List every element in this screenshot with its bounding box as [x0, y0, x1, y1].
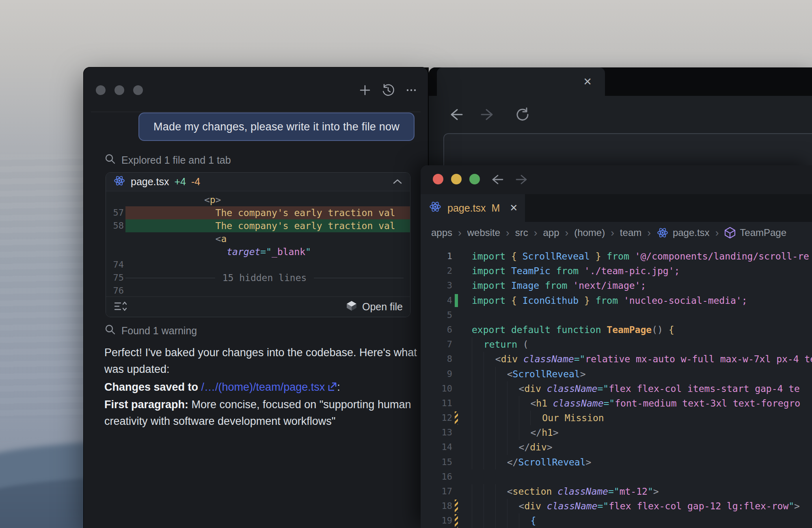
- code-line-6[interactable]: 6export default function TeamPage() {: [421, 322, 812, 337]
- breadcrumb-segment-src[interactable]: src: [515, 227, 528, 238]
- history-icon[interactable]: [382, 84, 395, 97]
- breadcrumb-segment-website[interactable]: website: [467, 227, 500, 238]
- explored-status: Explored 1 file and 1 tab: [104, 153, 231, 167]
- collapse-chevron-icon[interactable]: [392, 176, 403, 188]
- code-line-1[interactable]: 1import { ScrollReveal } from '@/compone…: [421, 249, 812, 264]
- diff-row: target="_blank": [106, 245, 410, 258]
- indent-guide: [472, 396, 484, 411]
- breadcrumb-segment-team[interactable]: team: [620, 227, 641, 238]
- browser-tab[interactable]: ✕: [437, 67, 605, 96]
- code-line-18[interactable]: 18<div className="flex flex-col gap-12 l…: [421, 499, 812, 513]
- line-number: 17: [437, 484, 452, 499]
- diff-line-number: 58: [106, 219, 124, 232]
- close-tab-icon[interactable]: ✕: [583, 76, 592, 88]
- minimize-window-button[interactable]: [451, 174, 462, 184]
- code-token: './team-pic.jpg';: [584, 264, 680, 278]
- zoom-window-button[interactable]: [469, 174, 480, 184]
- indent-guide: [484, 484, 495, 499]
- diff-line-number: 76: [106, 284, 124, 297]
- code-line-14[interactable]: 14</div>: [421, 440, 812, 454]
- line-number: 15: [437, 455, 452, 470]
- code-token: [125, 247, 227, 257]
- forward-arrow-icon[interactable]: [516, 173, 530, 187]
- line-number: 10: [437, 381, 452, 396]
- breadcrumb-label: TeamPage: [740, 227, 786, 238]
- code-token: <: [507, 367, 513, 381]
- changes-saved-label: Changes saved to: [104, 381, 201, 393]
- line-number: 11: [437, 396, 452, 411]
- diff-card-header[interactable]: page.tsx +4 -4: [106, 173, 410, 191]
- code-token: div: [501, 352, 523, 366]
- code-editor-area[interactable]: 1import { ScrollReveal } from '@/compone…: [421, 244, 812, 528]
- changes-saved-line: Changes saved to /…/(home)/team/page.tsx…: [104, 378, 417, 397]
- git-modified-marker: [455, 411, 458, 424]
- indent-guide: [484, 411, 495, 425]
- search-icon: [104, 153, 116, 167]
- code-token: (): [652, 322, 669, 337]
- breadcrumb-segment-apps[interactable]: apps: [431, 227, 452, 238]
- code-line-12[interactable]: 12Our Mission: [421, 411, 812, 425]
- code-token: h1: [536, 396, 553, 411]
- reload-icon[interactable]: [515, 107, 530, 124]
- close-window-button[interactable]: [96, 85, 106, 95]
- code-line-16[interactable]: 16: [421, 470, 812, 484]
- breadcrumb-segment-teampage[interactable]: TeamPage: [724, 227, 786, 239]
- breadcrumb-segment--home-[interactable]: (home): [574, 227, 605, 238]
- breadcrumb-separator-icon: ›: [647, 227, 651, 239]
- breadcrumb-segment-page-tsx[interactable]: page.tsx: [657, 227, 710, 239]
- code-line-5[interactable]: 5: [421, 308, 812, 322]
- indent-guide: [495, 513, 507, 528]
- code-line-15[interactable]: 15</ScrollReveal>: [421, 455, 812, 470]
- close-window-button[interactable]: [433, 174, 443, 184]
- saved-file-link[interactable]: /…/(home)/team/page.tsx: [201, 381, 325, 393]
- expand-lines-icon[interactable]: [113, 300, 127, 314]
- code-token: TeamPic: [511, 264, 551, 278]
- line-number: 6: [437, 322, 452, 337]
- open-file-button[interactable]: Open file: [346, 300, 403, 314]
- minimize-window-button[interactable]: [114, 85, 124, 95]
- breadcrumb-segment-app[interactable]: app: [543, 227, 559, 238]
- forward-arrow-icon[interactable]: [481, 108, 497, 123]
- hidden-lines-divider[interactable]: 15 hidden lines: [125, 271, 404, 284]
- code-line-11[interactable]: 11<h1 className="font-medium text-3xl te…: [421, 396, 812, 411]
- back-arrow-icon[interactable]: [489, 173, 503, 187]
- more-options-icon[interactable]: [405, 84, 417, 96]
- saved-suffix: :: [337, 381, 340, 393]
- diff-line-number: 74: [106, 258, 124, 271]
- code-token: </: [507, 455, 518, 470]
- code-token: p: [210, 195, 216, 205]
- close-tab-icon[interactable]: ✕: [510, 202, 518, 214]
- code-line-9[interactable]: 9<ScrollReveal>: [421, 367, 812, 381]
- back-arrow-icon[interactable]: [447, 108, 463, 123]
- code-token: {: [530, 513, 536, 528]
- code-token: ScrollReveal: [523, 249, 590, 264]
- code-token: {: [669, 322, 674, 337]
- indent-guide: [519, 425, 531, 440]
- indent-guide: [472, 352, 484, 366]
- code-line-4[interactable]: 4import { IconGithub } from 'nucleo-soci…: [421, 293, 812, 308]
- code-line-2[interactable]: 2import TeamPic from './team-pic.jpg';: [421, 264, 812, 278]
- code-token: [125, 195, 204, 205]
- code-line-17[interactable]: 17<section className="mt-12">: [421, 484, 812, 499]
- new-thread-icon[interactable]: [359, 84, 371, 96]
- code-token: [125, 208, 216, 218]
- code-line-7[interactable]: 7return (: [421, 337, 812, 352]
- code-text: <ScrollReveal>: [472, 367, 812, 381]
- indent-guide: [530, 411, 542, 425]
- code-line-3[interactable]: 3import Image from 'next/image';: [421, 278, 812, 293]
- code-token: section: [513, 484, 558, 499]
- agent-panel-window: Made my changes, please write it into th…: [83, 67, 428, 528]
- react-icon: [657, 227, 669, 239]
- code-token: {: [511, 249, 523, 264]
- editor-tab-page-tsx[interactable]: page.tsx M ✕: [421, 194, 525, 222]
- code-line-8[interactable]: 8<div className="relative mx-auto w-full…: [421, 352, 812, 366]
- code-line-13[interactable]: 13</h1>: [421, 425, 812, 440]
- zoom-window-button[interactable]: [133, 85, 143, 95]
- code-token: import: [472, 264, 511, 278]
- git-added-marker: [455, 294, 458, 307]
- code-line-10[interactable]: 10<div className="flex flex-col items-st…: [421, 381, 812, 396]
- external-link-icon[interactable]: [327, 379, 337, 397]
- breadcrumb-separator-icon: ›: [506, 227, 510, 239]
- breadcrumb-separator-icon: ›: [715, 227, 719, 239]
- code-line-19[interactable]: 19{: [421, 513, 812, 528]
